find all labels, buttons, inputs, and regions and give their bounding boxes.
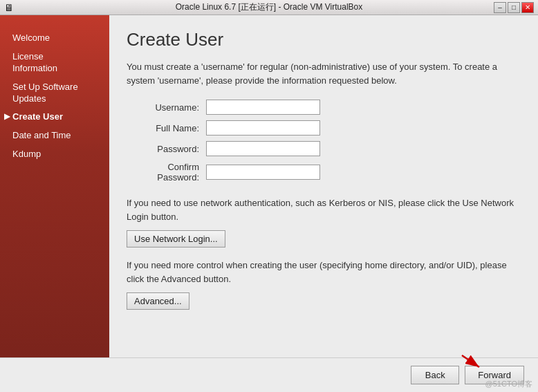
- sidebar-item-setup[interactable]: Set Up SoftwareUpdates: [0, 78, 109, 109]
- page-title: Create User: [127, 29, 521, 50]
- password-row: Password:: [127, 141, 521, 156]
- title-bar: 🖥 Oracle Linux 6.7 [正在运行] - Oracle VM Vi…: [0, 0, 538, 15]
- sidebar-item-date-time[interactable]: Date and Time: [0, 127, 109, 145]
- create-user-form: Username: Full Name: Password: Confirm P…: [127, 100, 521, 183]
- sidebar-item-license[interactable]: LicenseInformation: [0, 48, 109, 78]
- sidebar-item-kdump[interactable]: Kdump: [0, 145, 109, 164]
- username-row: Username:: [127, 100, 521, 115]
- bottom-bar: Back Forward: [0, 357, 538, 392]
- advanced-description: If you need more control when creating t…: [127, 259, 521, 286]
- password-input[interactable]: [206, 141, 320, 156]
- main-content: Create User You must create a 'username'…: [109, 15, 538, 357]
- content-area: Welcome LicenseInformation Set Up Softwa…: [0, 15, 538, 357]
- confirm-password-label: Confirm Password:: [127, 162, 206, 183]
- close-button[interactable]: ✕: [521, 2, 534, 13]
- username-input[interactable]: [206, 100, 320, 115]
- fullname-label: Full Name:: [127, 123, 206, 133]
- advanced-button[interactable]: Advanced...: [127, 292, 189, 310]
- minimize-button[interactable]: –: [494, 2, 506, 13]
- confirm-password-row: Confirm Password:: [127, 162, 521, 183]
- sidebar: Welcome LicenseInformation Set Up Softwa…: [0, 15, 109, 357]
- username-label: Username:: [127, 102, 206, 113]
- advanced-section: If you need more control when creating t…: [127, 259, 521, 310]
- title-bar-text: Oracle Linux 6.7 [正在运行] - Oracle VM Virt…: [0, 1, 538, 13]
- page-description: You must create a 'username' for regular…: [127, 60, 521, 87]
- fullname-row: Full Name:: [127, 120, 521, 136]
- use-network-login-button[interactable]: Use Network Login...: [127, 230, 225, 248]
- window-icon: 🖥: [4, 2, 14, 13]
- fullname-input[interactable]: [206, 120, 320, 136]
- confirm-password-input[interactable]: [206, 165, 320, 180]
- back-button[interactable]: Back: [411, 366, 459, 384]
- password-label: Password:: [127, 144, 206, 154]
- sidebar-item-create-user[interactable]: Create User: [0, 108, 109, 127]
- maximize-button[interactable]: □: [508, 2, 520, 13]
- watermark: @51CTO博客: [485, 379, 532, 389]
- network-description: If you need to use network authenticatio…: [127, 196, 521, 223]
- sidebar-item-welcome[interactable]: Welcome: [0, 29, 109, 48]
- window-controls: – □ ✕: [494, 2, 534, 13]
- main-window: Welcome LicenseInformation Set Up Softwa…: [0, 15, 538, 392]
- network-section: If you need to use network authenticatio…: [127, 196, 521, 248]
